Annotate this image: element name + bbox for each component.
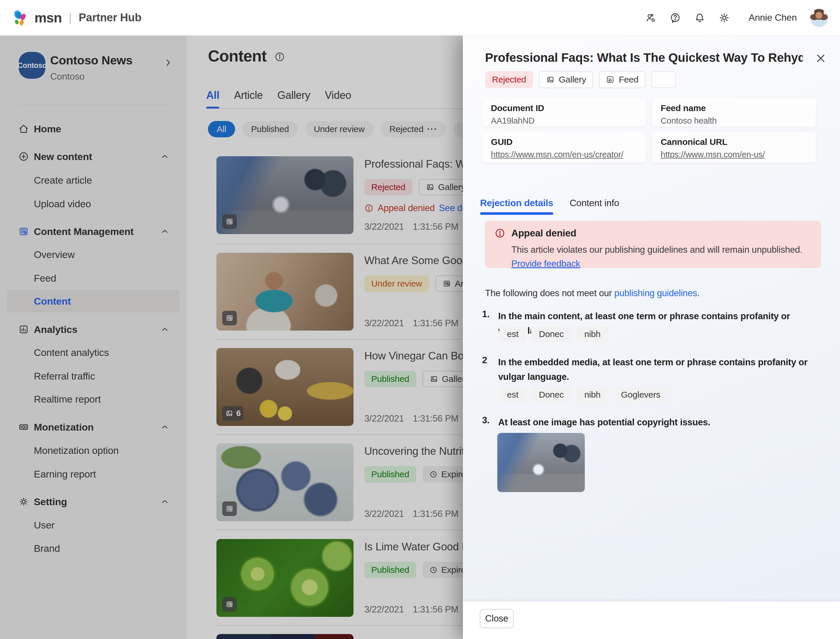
- brand-divider: |: [69, 11, 72, 24]
- panel-footer: Close: [463, 601, 840, 639]
- topbar-actions: Annie Chen: [645, 8, 828, 27]
- term-chip: nibh: [577, 326, 608, 342]
- term-chip: est: [499, 326, 526, 342]
- notifications-bell-icon[interactable]: [694, 12, 706, 24]
- panel-badges: Rejected Gallery Feed: [485, 71, 676, 88]
- help-icon[interactable]: [669, 12, 681, 24]
- msn-butterfly-logo: [12, 10, 29, 26]
- settings-gear-icon[interactable]: [718, 12, 730, 24]
- term-chip: Goglevers: [614, 386, 668, 403]
- guid-card: GUID https://www.msn.com/en-us/creator/: [482, 132, 646, 163]
- term-chip: est: [499, 386, 526, 403]
- user-name[interactable]: Annie Chen: [749, 12, 797, 23]
- user-avatar[interactable]: [810, 8, 828, 27]
- document-id-card: Document ID AA19lahND: [482, 98, 646, 127]
- type-pill-feed: Feed: [599, 71, 646, 88]
- violation-terms: est Donec nibh: [499, 326, 608, 342]
- feed-name-card: Feed name Contoso health: [652, 98, 816, 127]
- tab-rejection-details[interactable]: Rejection details: [480, 198, 553, 215]
- brand-msn: msn: [34, 10, 62, 25]
- panel-tabs: Rejection details Content info: [480, 198, 619, 215]
- status-badge: Rejected: [485, 71, 533, 88]
- term-chip: Donec: [531, 386, 571, 403]
- rejection-details-panel: Professional Faqs: What Is The Quickest …: [463, 36, 840, 639]
- contact-support-icon[interactable]: [645, 12, 657, 24]
- term-chip: Donec: [531, 326, 571, 342]
- violation-item: 3. At least one image has potential copy…: [482, 415, 814, 430]
- violation-terms: est Donec nibh Goglevers: [499, 386, 668, 403]
- canonical-url-link[interactable]: https://www.msn.com/en-us/: [661, 150, 807, 159]
- type-pill-gallery: Gallery: [539, 71, 593, 88]
- brand[interactable]: msn | Partner Hub: [12, 10, 142, 26]
- empty-badge: [651, 71, 676, 88]
- brand-product: Partner Hub: [79, 11, 142, 24]
- copyright-issue-image: [497, 433, 585, 492]
- alert-error-icon: [494, 228, 505, 239]
- tab-content-info[interactable]: Content info: [570, 198, 619, 215]
- close-icon[interactable]: [815, 52, 827, 64]
- publishing-guidelines-link[interactable]: publishing guidelines: [614, 288, 697, 298]
- guidelines-sentence: The following does not meet our publishi…: [485, 288, 700, 299]
- active-tab-indicator: [480, 212, 553, 215]
- appeal-denied-alert: Appeal denied This article violates our …: [485, 221, 821, 268]
- top-bar: msn | Partner Hub: [0, 0, 840, 36]
- violation-item: 2 In the embedded media, at least one te…: [482, 355, 814, 384]
- modal-dim-overlay: [0, 36, 463, 639]
- canonical-url-card: Cannonical URL https://www.msn.com/en-us…: [652, 132, 816, 163]
- close-button[interactable]: Close: [480, 609, 513, 628]
- term-chip: nibh: [577, 386, 608, 403]
- panel-title: Professional Faqs: What Is The Quickest …: [485, 51, 803, 65]
- guid-link[interactable]: https://www.msn.com/en-us/creator/: [491, 150, 637, 159]
- app-window: msn | Partner Hub: [0, 0, 840, 639]
- provide-feedback-link[interactable]: Provide feedback: [511, 259, 580, 269]
